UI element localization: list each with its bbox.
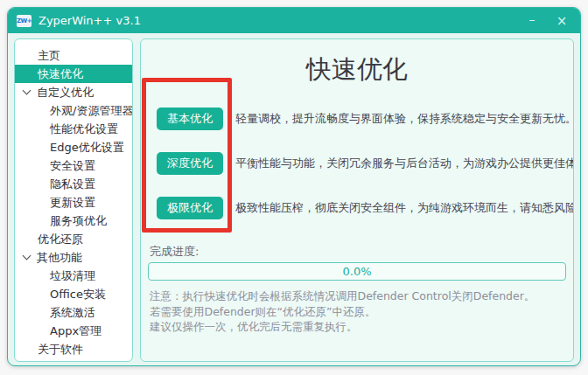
sidebar-item[interactable]: 外观/资源管理器 — [15, 101, 132, 120]
optimize-description: 极致性能压榨，彻底关闭安全组件，为纯游戏环境而生，请知悉风险。 — [235, 200, 574, 216]
progress-label: 完成进度: — [148, 244, 566, 260]
progress-bar: 0.0% — [148, 262, 566, 281]
note-line: 建议仅操作一次，优化完后无需重复执行。 — [150, 319, 566, 335]
action-row: 基本优化 轻量调校，提升流畅度与界面体验，保持系统稳定与安全更新无忧。 — [148, 108, 566, 130]
optimize-description: 轻量调校，提升流畅度与界面体验，保持系统稳定与安全更新无忧。 — [235, 111, 574, 127]
sidebar-item[interactable]: 优化还原 — [15, 230, 132, 248]
sidebar-item[interactable]: 性能优化设置 — [15, 120, 132, 138]
sidebar-item-label: Office安装 — [50, 285, 106, 303]
chevron-down-icon — [23, 87, 32, 95]
app-window: ZW+ ZyperWin++ v3.1 – × 主页 快速优化 自定义优 — [7, 7, 581, 366]
sidebar-item[interactable]: 垃圾清理 — [15, 267, 132, 285]
window-content: 主页 快速优化 自定义优化 外观/资源管理器 — [8, 33, 580, 366]
sidebar-item-label: 安全设置 — [50, 156, 95, 175]
sidebar-item[interactable]: Office安装 — [15, 285, 132, 303]
app-logo-icon: ZW+ — [17, 15, 32, 27]
sidebar-item[interactable]: 更新设置 — [15, 193, 132, 212]
notes-block: 注意：执行快速优化时会根据系统情况调用Defender Control关闭Def… — [148, 288, 566, 335]
sidebar-item[interactable]: 安全设置 — [15, 156, 132, 175]
sidebar-item[interactable]: 快速优化 — [15, 65, 132, 83]
sidebar-item-label: Appx管理 — [50, 322, 102, 340]
sidebar-item[interactable]: 系统激活 — [15, 303, 132, 322]
optimize-description: 平衡性能与功能，关闭冗余服务与后台活动，为游戏办公提供更佳体验。 — [235, 156, 574, 171]
sidebar-item-label: Edge优化设置 — [50, 138, 124, 156]
action-row: 深度优化 平衡性能与功能，关闭冗余服务与后台活动，为游戏办公提供更佳体验。 — [148, 152, 566, 175]
action-row: 极限优化 极致性能压榨，彻底关闭安全组件，为纯游戏环境而生，请知悉风险。 — [148, 197, 566, 219]
sidebar-item-label: 快速优化 — [38, 65, 83, 83]
sidebar-item[interactable]: Appx管理 — [15, 322, 132, 340]
optimize-button[interactable]: 深度优化 — [157, 152, 223, 175]
optimize-button[interactable]: 极限优化 — [157, 197, 223, 219]
sidebar-item-label: 更新设置 — [50, 193, 95, 212]
sidebar-item[interactable]: 关于软件 — [15, 340, 132, 358]
optimize-button[interactable]: 基本优化 — [157, 108, 223, 130]
sidebar-nav: 主页 快速优化 自定义优化 外观/资源管理器 — [14, 38, 133, 362]
close-button[interactable]: × — [547, 8, 577, 33]
sidebar-item-label: 其他功能 — [37, 248, 82, 267]
sidebar-item[interactable]: 主页 — [15, 46, 132, 65]
sidebar-item-label: 外观/资源管理器 — [50, 101, 133, 120]
chevron-down-icon — [23, 252, 32, 260]
minimize-button[interactable]: – — [517, 8, 547, 33]
main-panel: 快速优化 基本优化 轻量调校，提升流畅度与界面体验，保持系统稳定与安全更新无忧。… — [140, 38, 574, 362]
sidebar-item-label: 自定义优化 — [37, 83, 94, 101]
sidebar-item-label: 关于软件 — [38, 340, 83, 358]
window-title: ZyperWin++ v3.1 — [38, 14, 141, 27]
sidebar-item-label: 垃圾清理 — [50, 267, 95, 285]
page-title: 快速优化 — [148, 52, 566, 87]
sidebar-item[interactable]: 隐私设置 — [15, 175, 132, 193]
sidebar-item[interactable]: 其他功能 — [15, 248, 132, 267]
sidebar-item-label: 系统激活 — [50, 303, 95, 322]
note-line: 注意：执行快速优化时会根据系统情况调用Defender Control关闭Def… — [150, 288, 566, 304]
sidebar-item-label: 优化还原 — [38, 230, 83, 248]
sidebar-item[interactable]: Edge优化设置 — [15, 138, 132, 156]
sidebar-item[interactable]: 自定义优化 — [15, 83, 132, 101]
sidebar-item-label: 主页 — [38, 46, 60, 65]
sidebar-item-label: 性能优化设置 — [50, 120, 118, 138]
sidebar-item-label: 服务项优化 — [50, 212, 107, 230]
note-line: 若需要使用Defender则在“优化还原”中还原。 — [150, 304, 566, 320]
optimize-actions: 基本优化 轻量调校，提升流畅度与界面体验，保持系统稳定与安全更新无忧。 深度优化… — [148, 108, 566, 219]
title-bar: ZW+ ZyperWin++ v3.1 – × — [8, 8, 580, 33]
sidebar-item-label: 隐私设置 — [50, 175, 95, 193]
sidebar-item[interactable]: 服务项优化 — [15, 212, 132, 230]
